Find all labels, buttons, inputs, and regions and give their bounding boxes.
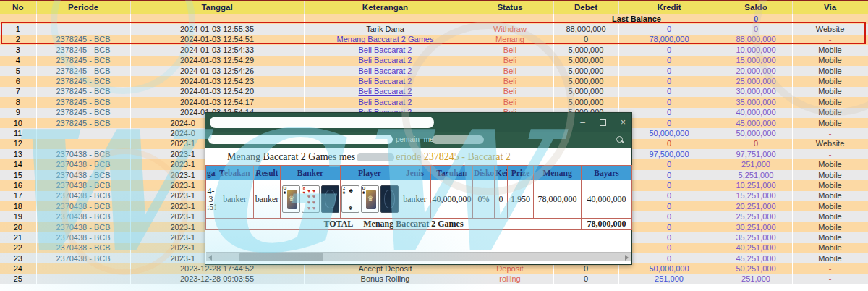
popup-window: – × pemain=me Menang Baccarat 2 Games me… bbox=[205, 112, 632, 265]
via-cell: - bbox=[792, 149, 868, 159]
kredit-cell: 78,000,000 bbox=[618, 35, 720, 45]
status-cell: Beli bbox=[467, 87, 553, 97]
popup-urlbar[interactable]: pemain=me bbox=[205, 132, 631, 148]
saldo-cell: 251,000 bbox=[720, 159, 792, 169]
saldo-cell: 25,251,000 bbox=[720, 211, 792, 222]
keterangan-cell: Menang Baccarat 2 Games bbox=[304, 35, 467, 45]
periode-cell bbox=[36, 139, 130, 149]
card-back-icon bbox=[321, 185, 339, 213]
total-label-cell: TOTALMenang Baccarat 2 Games bbox=[206, 219, 582, 230]
kredit-cell: 50,000,000 bbox=[618, 263, 720, 274]
periode-cell: 2370438 - BCB bbox=[36, 149, 130, 159]
via-cell: Mobile bbox=[792, 76, 868, 86]
maximize-button[interactable] bbox=[600, 119, 606, 126]
header-cell-periode: Periode bbox=[36, 1, 130, 14]
result-cell: banker bbox=[254, 180, 281, 219]
no-cell: 18 bbox=[0, 201, 36, 211]
debet-cell: 5,000,000 bbox=[553, 76, 618, 86]
keterangan-cell: Bonus Rolling bbox=[304, 274, 467, 284]
saldo-cell: 45,000,000 bbox=[720, 118, 792, 128]
keterangan-link[interactable]: Beli Baccarat 2 bbox=[359, 77, 412, 85]
kredit-cell: 0 bbox=[618, 170, 720, 180]
via-cell: Website bbox=[792, 139, 868, 149]
periode-cell: 2370438 - BCB bbox=[36, 222, 130, 232]
kredit-cell: 0 bbox=[618, 24, 720, 34]
kredit-cell: 0 bbox=[618, 191, 720, 201]
status-cell: rolling bbox=[467, 274, 553, 284]
header-cell-no: No bbox=[0, 1, 36, 14]
game-header-jenis: Jenis bbox=[399, 166, 431, 180]
periode-cell: 2378245 - BCB bbox=[36, 45, 130, 55]
empty-cell bbox=[304, 14, 467, 24]
kredit-cell: 0 bbox=[618, 118, 720, 128]
periode-cell bbox=[36, 128, 130, 138]
via-cell: Mobile bbox=[792, 66, 868, 76]
saldo-cell: 20,251,000 bbox=[720, 201, 792, 211]
kredit-cell: 0 bbox=[618, 222, 720, 232]
via-cell: Mobile bbox=[792, 159, 868, 169]
periode-cell: 2378245 - BCB bbox=[36, 56, 130, 66]
via-cell: Mobile bbox=[792, 191, 868, 201]
table-row: 32378245 - BCB2024-01-03 12:54:33Beli Ba… bbox=[0, 45, 868, 55]
no-cell: 15 bbox=[0, 170, 36, 180]
table-row: 42378245 - BCB2024-01-03 12:54:29Beli Ba… bbox=[0, 56, 868, 66]
via-cell: - bbox=[792, 35, 868, 45]
debet-cell: 88,000,000 bbox=[553, 24, 618, 34]
minimize-button[interactable]: – bbox=[580, 118, 585, 127]
scroll-right-arrow-icon[interactable] bbox=[625, 255, 629, 261]
popup-titlebar[interactable]: – × bbox=[205, 113, 631, 132]
game-header-player: Player bbox=[341, 166, 399, 180]
tanggal-cell: 2024-01-03 12:54:51 bbox=[130, 35, 304, 45]
header-cell-via: Via bbox=[792, 1, 868, 14]
tanggal-cell: 2024-01-03 12:54:17 bbox=[130, 97, 304, 107]
zoom-icon[interactable] bbox=[616, 135, 624, 144]
keterangan-link[interactable]: Beli Baccarat 2 bbox=[359, 98, 412, 106]
game-result-row: 4-3:51bankerbankerQ♣♛8♥♥♥♥♥♥♥♥♥2♣♣♣Q♣♛ba… bbox=[206, 180, 632, 219]
via-cell: Mobile bbox=[792, 118, 868, 128]
keterangan-link[interactable]: Beli Baccarat 2 bbox=[359, 87, 412, 96]
periode-cell: 2378245 - BCB bbox=[36, 76, 130, 86]
card-Q-club-icon: Q♣♛ bbox=[282, 185, 300, 213]
periode-cell: 2370438 - BCB bbox=[36, 201, 130, 211]
saldo-cell: 15,000,000 bbox=[720, 56, 792, 66]
header-cell-saldo: Saldo bbox=[720, 1, 792, 14]
periode-cell: 2378245 - BCB bbox=[36, 87, 130, 97]
kredit-cell: 50,000,000 bbox=[618, 128, 720, 138]
no-cell: 21 bbox=[0, 232, 36, 242]
kredit-cell: 0 bbox=[618, 108, 720, 118]
keterangan-link[interactable]: Beli Baccarat 2 bbox=[359, 46, 412, 54]
saldo-cell: 88,000,000 bbox=[720, 35, 792, 45]
via-cell: - bbox=[792, 274, 868, 284]
periode-cell: 2378245 - BCB bbox=[36, 97, 130, 107]
header-cell-debet: Debet bbox=[553, 1, 618, 14]
status-cell: Menang bbox=[467, 35, 553, 45]
redacted-url-param bbox=[432, 135, 484, 144]
periode-cell: 2370438 - BCB bbox=[36, 170, 130, 180]
via-cell: Mobile bbox=[792, 180, 868, 190]
game-tanggal-cell: 4-3:51 bbox=[206, 180, 216, 219]
status-cell: Beli bbox=[467, 56, 553, 66]
scrollbar-thumb[interactable] bbox=[239, 253, 323, 261]
periode-cell: 2378245 - BCB bbox=[36, 108, 130, 118]
saldo-cell: 50,000,000 bbox=[720, 128, 792, 138]
no-cell: 22 bbox=[0, 243, 36, 253]
keterangan-link[interactable]: Beli Baccarat 2 bbox=[359, 56, 412, 64]
card-8-heart-icon: 8♥♥♥♥♥♥♥♥♥ bbox=[302, 185, 320, 213]
saldo-cell: 40,000,000 bbox=[720, 108, 792, 118]
scroll-left-arrow-icon[interactable] bbox=[208, 255, 212, 261]
last-balance-value: 0 bbox=[720, 14, 792, 24]
keterangan-cell: Beli Baccarat 2 bbox=[304, 45, 467, 55]
debet-cell: 5,000,000 bbox=[553, 45, 618, 55]
keterangan-link[interactable]: Menang Baccarat 2 Games bbox=[337, 35, 434, 43]
no-cell: 3 bbox=[0, 45, 36, 55]
kredit-cell: 0 bbox=[618, 56, 720, 66]
no-cell: 20 bbox=[0, 222, 36, 232]
keterangan-link[interactable]: Beli Baccarat 2 bbox=[359, 67, 412, 75]
periode-cell: 2370438 - BCB bbox=[36, 243, 130, 253]
close-button[interactable]: × bbox=[621, 118, 626, 127]
empty-cell bbox=[130, 14, 304, 24]
horizontal-scrollbar[interactable] bbox=[206, 252, 631, 261]
saldo-cell: 30,251,000 bbox=[720, 222, 792, 232]
periode-cell: 2370438 - BCB bbox=[36, 211, 130, 222]
kredit-cell: 251,000 bbox=[618, 274, 720, 284]
